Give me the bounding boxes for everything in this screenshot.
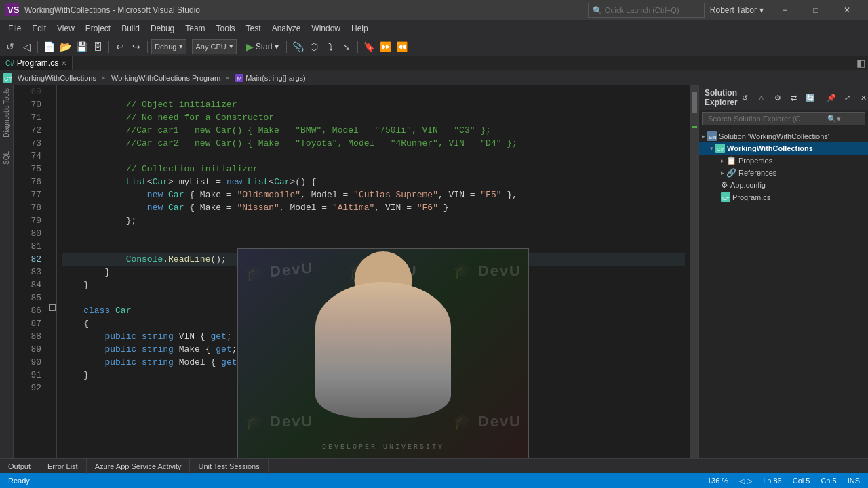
status-ln[interactable]: Ln 86 [760,476,785,485]
se-search-icon: 🔍 [827,115,837,123]
tab-programcs[interactable]: C# Program.cs ✕ [0,56,73,70]
toolbar-bm3-btn[interactable]: ⏪ [394,39,409,54]
menu-analyze[interactable]: Analyze [267,20,307,37]
toolbar-attach-btn[interactable]: 📎 [290,39,305,54]
toolbar-new-btn[interactable]: 📄 [41,39,56,54]
maximize-button[interactable]: □ [800,0,831,20]
nav-method[interactable]: M Main(string[] args) [233,71,309,85]
menu-debug[interactable]: Debug [145,20,180,37]
appconfig-icon: ⚙ [721,180,728,190]
code-line-74 [62,150,685,163]
devu-subtitle: DEVELOPER UNIVERSITY [322,443,444,451]
debug-mode-dropdown[interactable]: Debug ▾ [151,39,186,54]
status-col[interactable]: Col 5 [790,476,813,485]
diagnostic-tools-label[interactable]: Diagnostic Tools [3,88,10,138]
se-home-btn[interactable]: ⌂ [754,90,769,105]
tab-output[interactable]: Output [0,459,39,474]
status-ins[interactable]: INS [845,476,863,485]
references-icon: 🔗 [726,168,736,178]
menu-test[interactable]: Test [241,20,267,37]
se-search-input[interactable] [705,113,827,124]
tab-unit-test[interactable]: Unit Test Sessions [190,459,268,474]
code-line-76: List<Car> myList = new List<Car>() { [62,176,685,188]
scroll-thumb[interactable] [692,92,697,113]
menu-edit[interactable]: Edit [26,20,52,37]
right-scroll-gutter[interactable] [690,85,698,458]
close-button[interactable]: ✕ [831,0,863,20]
start-button[interactable]: ▶ Start ▾ [242,40,283,54]
nav-file[interactable]: WorkingWithCollections.Program [108,71,223,85]
toolbar-open-btn[interactable]: 📂 [58,39,73,54]
solution-icon: Sln [707,131,717,141]
toolbar-back-btn[interactable]: ◁ [19,39,34,54]
tree-properties[interactable]: ▸ 📋 Properties [699,155,868,167]
tab-error-list[interactable]: Error List [39,459,87,474]
cpu-target-dropdown[interactable]: Any CPU ▾ [192,39,236,54]
vs-logo: VS [5,3,19,18]
collapse-btn-86[interactable]: − [49,304,56,311]
tree-project[interactable]: ▾ C# WorkingWithCollections [699,142,868,155]
references-arrow: ▸ [721,169,724,176]
se-maximize-btn[interactable]: ⤢ [840,90,855,105]
references-label: References [738,169,776,177]
tab-close-btn[interactable]: ✕ [61,60,66,67]
tab-azure[interactable]: Azure App Service Activity [87,459,191,474]
devu-watermark-5: 🎓 DevU [453,413,521,430]
se-close-btn[interactable]: ✕ [856,90,868,105]
toolbar-step2-btn[interactable]: ↘ [339,39,354,54]
toolbar-redo-btn[interactable]: ↪ [129,39,144,54]
toolbar-sep-4 [286,41,287,53]
se-settings-btn[interactable]: ⚙ [770,90,785,105]
tree-appconfig[interactable]: ⚙ App.config [699,179,868,191]
menu-help[interactable]: Help [346,20,374,37]
quick-launch-box[interactable]: 🔍 [588,3,705,18]
code-line-73: //Car car2 = new Car() { Make = "Toyota"… [62,137,685,150]
toolbar-sep-3 [147,41,148,53]
menu-project[interactable]: Project [80,20,116,37]
tree-solution[interactable]: ▸ Sln Solution 'WorkingWithCollections' [699,130,868,142]
status-ch[interactable]: Ch 5 [818,476,839,485]
method-icon: M [235,74,243,82]
menu-window[interactable]: Window [306,20,346,37]
quick-launch-input[interactable] [605,6,700,14]
toolbar: ↺ ◁ 📄 📂 💾 🗄 ↩ ↪ Debug ▾ Any CPU ▾ ▶ Star… [0,37,868,56]
menu-build[interactable]: Build [116,20,145,37]
properties-arrow: ▸ [721,157,724,164]
toolbar-undo-btn[interactable]: ↩ [113,39,127,54]
user-section: Robert Tabor ▾ [710,5,764,15]
status-scrollbar[interactable]: ◁ ▷ [736,476,755,485]
menu-file[interactable]: File [3,20,26,37]
user-name: Robert Tabor [710,5,757,15]
status-zoom[interactable]: 136 % [705,476,731,485]
user-icon[interactable]: ▾ [760,5,764,15]
se-sync-btn[interactable]: ⇄ [787,90,802,105]
toolbar-save-all-btn[interactable]: 🗄 [90,39,105,54]
menu-bar: File Edit View Project Build Debug Team … [0,20,868,37]
minimize-button[interactable]: − [769,0,800,20]
solution-explorer-toggle[interactable]: ◧ [853,56,868,70]
se-refresh-btn[interactable]: ↺ [738,90,753,105]
toolbar-bm-btn[interactable]: 🔖 [361,39,376,54]
sql-label[interactable]: SQL [3,151,10,165]
se-title: Solution Explorer [705,88,738,107]
properties-icon: 📋 [726,156,736,165]
toolbar-bm2-btn[interactable]: ⏩ [378,39,393,54]
menu-view[interactable]: View [52,20,80,37]
devu-watermark-1: 🎓 DevU [244,260,314,283]
menu-team[interactable]: Team [180,20,210,37]
tree-programcs[interactable]: C# Program.cs [699,191,868,203]
se-refresh2-btn[interactable]: 🔄 [803,90,818,105]
se-search-arrow[interactable]: ▾ [837,115,841,123]
toolbar-step-btn[interactable]: ⤵ [323,39,338,54]
solution-explorer: Solution Explorer ↺ ⌂ ⚙ ⇄ 🔄 📌 ⤢ ✕ 🔍 ▾ [698,85,868,458]
se-pin-btn[interactable]: 📌 [824,90,839,105]
toolbar-refresh-btn[interactable]: ↺ [3,39,18,54]
solution-label: Solution 'WorkingWithCollections' [719,132,829,140]
nav-project[interactable]: WorkingWithCollections [15,71,99,85]
toolbar-bp-btn[interactable]: ⬡ [307,39,321,54]
svg-text:Sln: Sln [709,134,717,140]
toolbar-save-btn[interactable]: 💾 [74,39,89,54]
tree-references[interactable]: ▸ 🔗 References [699,167,868,179]
status-ready[interactable]: Ready [5,476,33,485]
menu-tools[interactable]: Tools [211,20,241,37]
